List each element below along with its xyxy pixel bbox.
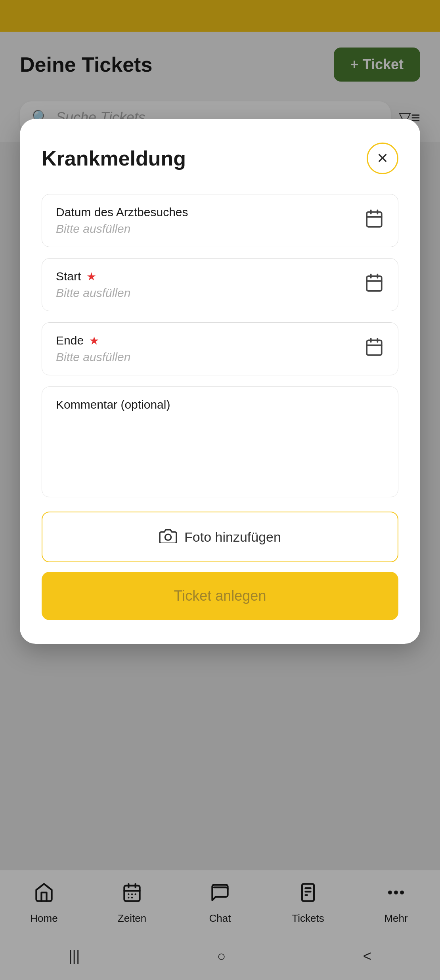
arztbesuch-field[interactable]: Datum des Arztbesuches Bitte ausfüllen — [42, 194, 398, 247]
ende-label: Ende ★ — [56, 334, 130, 347]
camera-icon — [159, 527, 177, 546]
svg-rect-4 — [367, 276, 382, 291]
start-placeholder: Bitte ausfüllen — [56, 286, 130, 300]
arztbesuch-calendar-icon — [364, 209, 384, 232]
close-button[interactable]: ✕ — [367, 143, 398, 174]
kommentar-field[interactable]: Kommentar (optional) — [42, 386, 398, 497]
start-field[interactable]: Start ★ Bitte ausfüllen — [42, 258, 398, 311]
start-calendar-icon — [364, 273, 384, 297]
submit-button[interactable]: Ticket anlegen — [42, 572, 398, 620]
krankmeldung-modal: Krankmeldung ✕ Datum des Arztbesuches Bi… — [20, 119, 420, 644]
ende-calendar-icon — [364, 337, 384, 361]
photo-button[interactable]: Foto hinzufügen — [42, 512, 398, 562]
close-icon: ✕ — [377, 150, 388, 167]
arztbesuch-label: Datum des Arztbesuches — [56, 206, 188, 219]
modal-header: Krankmeldung ✕ — [42, 143, 398, 174]
svg-point-12 — [165, 534, 171, 540]
svg-rect-8 — [367, 340, 382, 355]
kommentar-label: Kommentar (optional) — [56, 398, 384, 411]
ende-required: ★ — [86, 335, 99, 347]
svg-rect-0 — [367, 212, 382, 227]
start-required: ★ — [83, 270, 96, 283]
arztbesuch-placeholder: Bitte ausfüllen — [56, 222, 188, 236]
ende-field[interactable]: Ende ★ Bitte ausfüllen — [42, 322, 398, 375]
ende-placeholder: Bitte ausfüllen — [56, 350, 130, 364]
start-label: Start ★ — [56, 270, 130, 283]
modal-title: Krankmeldung — [42, 147, 186, 170]
photo-button-label: Foto hinzufügen — [184, 529, 281, 545]
